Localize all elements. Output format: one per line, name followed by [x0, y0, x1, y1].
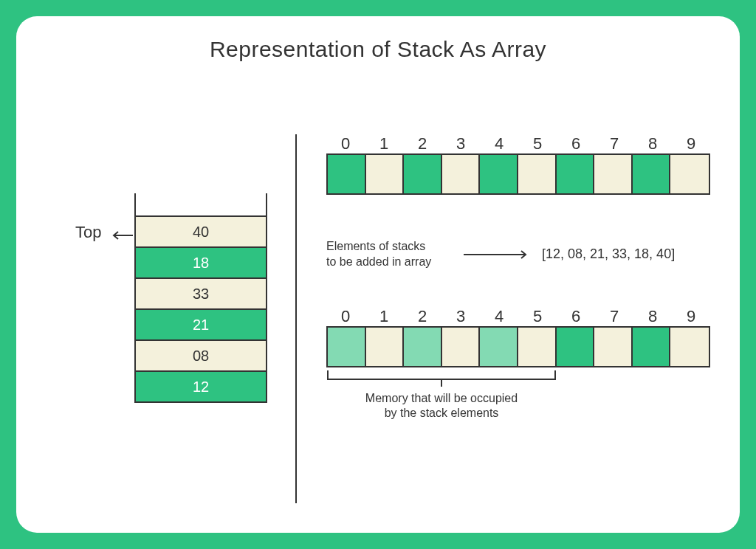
- array-cell: [670, 155, 709, 193]
- array-cell: [404, 155, 442, 193]
- elements-caption: Elements of stacks to be added in array: [326, 239, 452, 270]
- array-cell: [404, 328, 442, 366]
- index-row: 0 1 2 3 4 5 6 7 8 9: [326, 134, 710, 153]
- array-cell: [633, 155, 671, 193]
- stack-cell: 18: [136, 246, 266, 277]
- index-label: 6: [557, 134, 595, 153]
- index-label: 5: [518, 307, 557, 326]
- array-cell: [366, 328, 405, 366]
- text-line: to be added in array: [326, 255, 431, 268]
- array-cell: [594, 328, 633, 366]
- index-label: 3: [441, 307, 480, 326]
- stack-container: 40 18 33 21 08 12: [134, 193, 267, 403]
- array-cell: [366, 155, 405, 193]
- stack-cell: 12: [136, 370, 266, 401]
- index-label: 8: [633, 307, 672, 326]
- stack-cell: 08: [136, 339, 266, 370]
- array-cell: [518, 155, 557, 193]
- index-label: 3: [441, 134, 480, 153]
- index-label: 8: [633, 134, 672, 153]
- stack-cell-value: 40: [193, 224, 209, 241]
- bracket-caption: Memory that will be occupied by the stac…: [326, 391, 557, 422]
- array-cell: [480, 155, 518, 193]
- elements-list: [12, 08, 21, 33, 18, 40]: [542, 246, 675, 262]
- stack-cell-value: 12: [193, 379, 209, 396]
- array-cell: [480, 328, 518, 366]
- stack-cell: 21: [136, 308, 266, 339]
- stack-cell-value: 21: [193, 317, 209, 334]
- array-empty: 0 1 2 3 4 5 6 7 8 9: [326, 134, 710, 195]
- stack-cell: 33: [136, 277, 266, 308]
- text-line: Memory that will be occupied: [365, 392, 518, 404]
- array-cell: [557, 155, 595, 193]
- index-label: 7: [595, 307, 633, 326]
- index-label: 0: [326, 134, 365, 153]
- array-cell: [328, 155, 366, 193]
- array-cell: [518, 328, 557, 366]
- index-label: 2: [403, 307, 441, 326]
- index-label: 1: [365, 307, 403, 326]
- array-cell: [442, 155, 481, 193]
- index-label: 1: [365, 134, 403, 153]
- top-label: Top: [75, 223, 101, 242]
- text-line: by the stack elements: [385, 407, 499, 419]
- elements-row: Elements of stacks to be added in array …: [326, 239, 710, 270]
- index-label: 7: [595, 134, 633, 153]
- array-filled: 0 1 2 3 4 5 6 7 8 9: [326, 307, 710, 422]
- memory-bracket: Memory that will be occupied by the stac…: [326, 370, 557, 422]
- stack-cell-value: 18: [193, 255, 209, 272]
- arrow-right-icon: [464, 249, 530, 260]
- arrow-left-icon: [111, 230, 133, 241]
- stack-panel: Top 40 18 33 21 08 12: [46, 120, 295, 511]
- diagram-canvas: Representation of Stack As Array Top 40 …: [16, 16, 740, 533]
- index-label: 4: [480, 134, 518, 153]
- array-cell: [557, 328, 595, 366]
- diagram-title: Representation of Stack As Array: [43, 37, 713, 62]
- index-label: 2: [403, 134, 441, 153]
- stack-cell-value: 33: [193, 286, 209, 303]
- array-cells-top: [326, 153, 710, 195]
- bracket-icon: [326, 370, 557, 387]
- index-label: 6: [557, 307, 595, 326]
- text-line: Elements of stacks: [326, 240, 425, 252]
- index-label: 9: [672, 307, 710, 326]
- index-label: 0: [326, 307, 365, 326]
- stack-cell: 40: [136, 215, 266, 246]
- index-label: 5: [518, 134, 557, 153]
- stack-empty-space: [136, 193, 266, 215]
- index-label: 4: [480, 307, 518, 326]
- array-cells-bottom: [326, 326, 710, 367]
- index-row: 0 1 2 3 4 5 6 7 8 9: [326, 307, 710, 326]
- array-panel: 0 1 2 3 4 5 6 7 8 9: [297, 120, 710, 511]
- array-cell: [670, 328, 709, 366]
- array-cell: [594, 155, 633, 193]
- stack-cell-value: 08: [193, 348, 209, 365]
- array-cell: [633, 328, 671, 366]
- content-area: Top 40 18 33 21 08 12 0 1: [46, 120, 710, 511]
- array-cell: [328, 328, 366, 366]
- index-label: 9: [672, 134, 710, 153]
- array-cell: [442, 328, 481, 366]
